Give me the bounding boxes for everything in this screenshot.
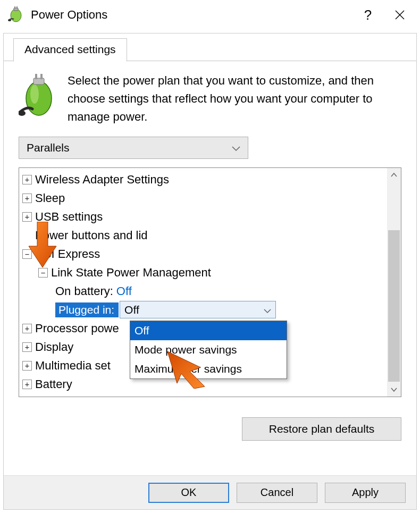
tree-item-link-state[interactable]: − Link State Power Management	[19, 263, 387, 282]
expand-icon[interactable]: +	[22, 194, 32, 203]
option-off[interactable]: Off	[130, 321, 287, 340]
power-options-icon	[6, 5, 26, 24]
apply-button[interactable]: Apply	[325, 483, 406, 503]
help-button[interactable]: ?	[352, 7, 384, 23]
collapse-icon[interactable]: −	[38, 268, 48, 277]
svg-point-12	[19, 111, 26, 116]
tab-page: Select the power plan that you want to c…	[4, 61, 416, 402]
svg-point-8	[30, 85, 39, 104]
svg-point-0	[11, 9, 21, 22]
window-title: Power Options	[31, 8, 352, 22]
tree-item-on-battery[interactable]: On battery: Off	[19, 282, 387, 300]
scroll-track[interactable]	[387, 182, 401, 383]
scroll-up-icon[interactable]	[391, 168, 397, 182]
tree-item-plugged-in[interactable]: Plugged in: Off	[55, 300, 387, 319]
plugged-in-label: Plugged in:	[55, 302, 119, 317]
svg-rect-10	[35, 74, 37, 79]
tree-item-sleep[interactable]: + Sleep	[19, 189, 387, 207]
svg-rect-11	[40, 74, 43, 79]
dialog-body: Advanced settings Select the power plan …	[3, 33, 417, 510]
option-moderate[interactable]: Mode power savings	[130, 340, 287, 359]
power-plan-dropdown[interactable]: Parallels	[19, 137, 248, 159]
tree-scrollbar[interactable]	[387, 168, 401, 397]
intro-text: Select the power plan that you want to c…	[68, 72, 401, 126]
tree-item-power-buttons[interactable]: + Power buttons and lid	[19, 226, 387, 245]
plugged-in-dropdown[interactable]: Off	[120, 301, 276, 318]
tree-item-usb[interactable]: + USB settings	[19, 207, 387, 226]
svg-rect-3	[16, 6, 18, 9]
chevron-down-icon	[264, 304, 271, 316]
tabstrip: Advanced settings	[4, 33, 416, 61]
expand-icon[interactable]: +	[22, 175, 32, 184]
svg-rect-2	[14, 6, 15, 9]
restore-defaults-button[interactable]: Restore plan defaults	[242, 417, 401, 441]
ok-button[interactable]: OK	[148, 483, 229, 503]
tree-item-wireless[interactable]: + Wireless Adapter Settings	[19, 170, 387, 189]
dialog-button-row: OK Cancel Apply	[4, 475, 416, 509]
expand-icon[interactable]: +	[22, 380, 32, 389]
close-button[interactable]	[384, 9, 416, 21]
plugged-in-options-popup: Off Mode power savings Maximu ower savin…	[130, 321, 287, 379]
svg-point-7	[26, 81, 52, 115]
chevron-down-icon	[232, 141, 240, 154]
on-battery-value[interactable]: Off	[116, 284, 132, 298]
settings-tree: + Wireless Adapter Settings + Sleep + US…	[19, 167, 401, 397]
tab-advanced-settings[interactable]: Advanced settings	[13, 38, 127, 62]
option-maximum[interactable]: Maximu ower savings	[130, 359, 287, 379]
expand-icon[interactable]: +	[22, 342, 32, 352]
scroll-thumb[interactable]	[388, 230, 400, 382]
cancel-button[interactable]: Cancel	[237, 483, 317, 503]
svg-point-4	[8, 19, 11, 21]
collapse-icon[interactable]: −	[22, 249, 32, 259]
tree-item-pci-express[interactable]: − PCI Express	[19, 245, 387, 263]
titlebar: Power Options ?	[0, 0, 420, 30]
power-plan-selected: Parallels	[27, 141, 70, 154]
expand-icon[interactable]: +	[22, 324, 32, 333]
expand-icon[interactable]: +	[22, 361, 32, 371]
expand-icon[interactable]: +	[22, 212, 32, 222]
battery-icon	[19, 72, 56, 126]
intro-row: Select the power plan that you want to c…	[19, 72, 401, 126]
scroll-down-icon[interactable]	[391, 383, 397, 397]
